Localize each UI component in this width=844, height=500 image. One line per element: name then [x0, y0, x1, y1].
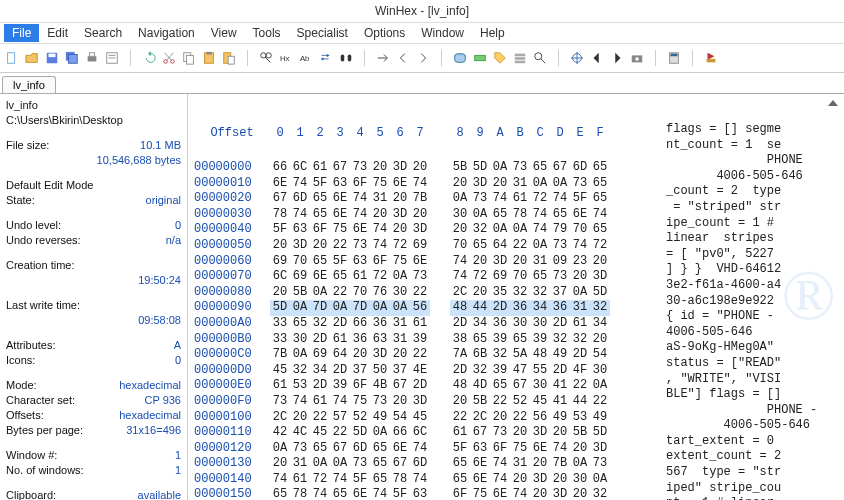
- new-icon[interactable]: [4, 50, 20, 66]
- filesize-label: File size:: [6, 138, 49, 153]
- search-icon[interactable]: [532, 50, 548, 66]
- prev-icon[interactable]: [589, 50, 605, 66]
- svg-rect-5: [88, 56, 97, 61]
- offsets: hexadecimal: [119, 408, 181, 423]
- binoculars-icon[interactable]: [338, 50, 354, 66]
- save-all-icon[interactable]: [64, 50, 80, 66]
- state: original: [146, 193, 181, 208]
- clipboard-icon[interactable]: [201, 50, 217, 66]
- calculator-icon[interactable]: [666, 50, 682, 66]
- offsets-label: Offsets:: [6, 408, 44, 423]
- menu-window[interactable]: Window: [413, 24, 472, 42]
- creation-label: Creation time:: [6, 258, 74, 273]
- tab-file[interactable]: lv_info: [2, 76, 56, 93]
- svg-rect-4: [69, 55, 78, 64]
- tag-icon[interactable]: [492, 50, 508, 66]
- print-icon[interactable]: [84, 50, 100, 66]
- cut-icon[interactable]: [161, 50, 177, 66]
- icons-label: Icons:: [6, 353, 35, 368]
- no-windows: 1: [175, 463, 181, 478]
- bpp: 31x16=496: [126, 423, 181, 438]
- ascii-column[interactable]: flags = [] segme nt_count = 1 se PHONE 4…: [666, 122, 838, 500]
- svg-rect-41: [707, 59, 716, 63]
- svg-line-33: [541, 59, 545, 63]
- replace-icon[interactable]: [318, 50, 334, 66]
- clipboard: available: [138, 488, 181, 500]
- undo-icon[interactable]: [141, 50, 157, 66]
- window-title: WinHex - [lv_info]: [375, 4, 469, 18]
- toolbar: Hx Ab: [0, 44, 844, 73]
- goto-icon[interactable]: [375, 50, 391, 66]
- window-titlebar: WinHex - [lv_info]: [0, 0, 844, 23]
- charset-label: Character set:: [6, 393, 75, 408]
- camera-icon[interactable]: [629, 50, 645, 66]
- save-icon[interactable]: [44, 50, 60, 66]
- hex-view[interactable]: Offset01234567 89ABCDEF 00000000666C6167…: [188, 94, 844, 500]
- undo-level-label: Undo level:: [6, 218, 61, 233]
- find-hex-icon[interactable]: Hx: [278, 50, 294, 66]
- svg-text:Hx: Hx: [280, 54, 290, 63]
- attr-label: Attributes:: [6, 338, 56, 353]
- mode-label: Mode:: [6, 378, 37, 393]
- svg-rect-25: [341, 55, 345, 62]
- back-icon[interactable]: [395, 50, 411, 66]
- svg-rect-26: [348, 55, 352, 62]
- svg-rect-40: [671, 54, 678, 57]
- disk-icon[interactable]: [452, 50, 468, 66]
- charset: CP 936: [145, 393, 182, 408]
- copy-icon[interactable]: [181, 50, 197, 66]
- svg-rect-0: [8, 53, 15, 64]
- forward-icon[interactable]: [415, 50, 431, 66]
- file-bytes: 10,546,688 bytes: [97, 153, 181, 168]
- attributes: A: [174, 338, 181, 353]
- filepath: C:\Users\Bkirin\Desktop: [6, 113, 123, 128]
- position-icon[interactable]: [569, 50, 585, 66]
- menu-specialist[interactable]: Specialist: [289, 24, 356, 42]
- menu-tools[interactable]: Tools: [245, 24, 289, 42]
- window-no: 1: [175, 448, 181, 463]
- menu-search[interactable]: Search: [76, 24, 130, 42]
- undo-rev-label: Undo reverses:: [6, 233, 81, 248]
- next-icon[interactable]: [609, 50, 625, 66]
- svg-point-32: [535, 53, 542, 60]
- stack-icon[interactable]: [512, 50, 528, 66]
- mode: hexadecimal: [119, 378, 181, 393]
- lastwrite-time: 09:58:08: [138, 313, 181, 328]
- menu-view[interactable]: View: [203, 24, 245, 42]
- find-text-icon[interactable]: Ab: [298, 50, 314, 66]
- undo-level: 0: [175, 218, 181, 233]
- menu-help[interactable]: Help: [472, 24, 513, 42]
- svg-text:Ab: Ab: [300, 54, 310, 63]
- filesize: 10.1 MB: [140, 138, 181, 153]
- paste-icon[interactable]: [221, 50, 237, 66]
- icons: 0: [175, 353, 181, 368]
- menu-file[interactable]: File: [4, 24, 39, 42]
- find-icon[interactable]: [258, 50, 274, 66]
- svg-rect-2: [49, 54, 56, 58]
- menu-options[interactable]: Options: [356, 24, 413, 42]
- undo-rev: n/a: [166, 233, 181, 248]
- menu-navigation[interactable]: Navigation: [130, 24, 203, 42]
- svg-rect-17: [206, 52, 211, 55]
- svg-rect-19: [228, 56, 234, 64]
- window-no-label: Window #:: [6, 448, 57, 463]
- info-panel: lv_info C:\Users\Bkirin\Desktop File siz…: [0, 94, 188, 500]
- scroll-up-icon[interactable]: [826, 96, 840, 110]
- tab-bar: lv_info: [0, 73, 844, 94]
- no-windows-label: No. of windows:: [6, 463, 84, 478]
- svg-rect-29: [515, 54, 526, 57]
- bpp-label: Bytes per page:: [6, 423, 83, 438]
- open-icon[interactable]: [24, 50, 40, 66]
- clipboard-label: Clipboard:: [6, 488, 56, 500]
- filename: lv_info: [6, 98, 38, 113]
- edit-mode-label: Default Edit Mode: [6, 178, 93, 193]
- menu-edit[interactable]: Edit: [39, 24, 76, 42]
- creation-time: 19:50:24: [138, 273, 181, 288]
- svg-rect-28: [475, 55, 486, 60]
- ram-icon[interactable]: [472, 50, 488, 66]
- help-icon[interactable]: [703, 50, 719, 66]
- svg-point-21: [266, 53, 271, 58]
- svg-point-38: [635, 57, 639, 61]
- svg-rect-6: [89, 53, 94, 57]
- properties-icon[interactable]: [104, 50, 120, 66]
